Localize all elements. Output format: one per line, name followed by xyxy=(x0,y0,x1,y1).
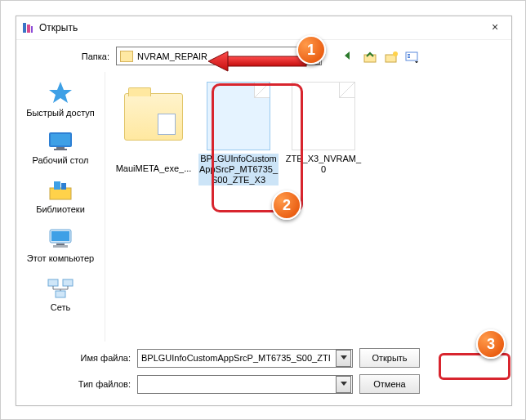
svg-rect-3 xyxy=(364,55,376,62)
file-item-folder[interactable]: MauiMETA_exe_... xyxy=(112,78,195,177)
svg-rect-22 xyxy=(56,291,65,297)
folder-large-icon xyxy=(123,93,185,160)
svg-rect-21 xyxy=(63,279,73,286)
open-button[interactable]: Открыть xyxy=(359,348,420,368)
svg-rect-14 xyxy=(54,181,60,190)
button-label: Открыть xyxy=(372,353,407,363)
sidebar-item-desktop[interactable]: Рабочий стол xyxy=(16,126,105,173)
svg-rect-0 xyxy=(23,23,26,33)
svg-rect-1 xyxy=(27,25,30,33)
svg-rect-12 xyxy=(54,149,67,150)
svg-rect-10 xyxy=(51,134,70,145)
sidebar-item-libraries[interactable]: Библиотеки xyxy=(16,173,105,222)
file-item-selected[interactable]: BPLGUInfoCustomAppSrcP_MT6735_S00_ZTE_X3 xyxy=(197,78,280,189)
svg-rect-2 xyxy=(31,26,33,33)
chevron-down-icon[interactable] xyxy=(336,376,351,393)
libraries-icon xyxy=(47,178,74,201)
filename-combo[interactable]: BPLGUInfoCustomAppSrcP_MT6735_S00_ZTI xyxy=(137,349,353,368)
folder-row: Папка: NVRAM_REPAIR xyxy=(16,40,511,72)
chevron-down-icon[interactable] xyxy=(305,47,320,65)
sidebar-item-quick[interactable]: Быстрый доступ xyxy=(16,75,105,126)
cancel-button[interactable]: Отмена xyxy=(359,374,420,394)
filetype-label: Тип файлов: xyxy=(25,379,137,389)
svg-rect-11 xyxy=(56,147,65,149)
svg-rect-13 xyxy=(50,188,71,199)
folder-toolbar xyxy=(341,50,420,63)
sidebar-item-pc[interactable]: Этот компьютер xyxy=(16,222,105,271)
star-icon xyxy=(47,80,74,105)
file-label: BPLGUInfoCustomAppSrcP_MT6735_S00_ZTE_X3 xyxy=(198,154,279,185)
svg-rect-8 xyxy=(408,56,410,58)
filename-label: Имя файла: xyxy=(25,353,137,363)
close-button[interactable]: × xyxy=(484,20,506,36)
desktop-icon xyxy=(47,131,74,152)
sidebar-item-label: Библиотеки xyxy=(20,204,101,214)
folder-dropdown[interactable]: NVRAM_REPAIR xyxy=(116,47,322,65)
file-list[interactable]: MauiMETA_exe_... BPLGUInfoCustomAppSrcP_… xyxy=(105,72,511,342)
new-folder-icon[interactable] xyxy=(384,50,399,63)
svg-rect-17 xyxy=(51,231,69,241)
file-label: ZTE_X3_NVRAM_0 xyxy=(283,154,363,175)
chevron-down-icon[interactable] xyxy=(336,350,351,367)
folder-icon xyxy=(120,51,133,62)
computer-icon xyxy=(47,227,74,250)
sidebar-item-label: Этот компьютер xyxy=(20,253,101,263)
bottom-bar: Имя файла: BPLGUInfoCustomAppSrcP_MT6735… xyxy=(16,342,511,405)
back-icon[interactable] xyxy=(341,50,356,63)
window-title: Открыть xyxy=(39,22,484,34)
filetype-combo[interactable] xyxy=(137,375,353,394)
up-folder-icon[interactable] xyxy=(363,50,377,63)
svg-rect-15 xyxy=(61,183,66,190)
open-file-dialog: Открыть × Папка: NVRAM_REPAIR xyxy=(16,16,512,406)
filename-value: BPLGUInfoCustomAppSrcP_MT6735_S00_ZTI xyxy=(138,353,335,363)
svg-rect-19 xyxy=(53,245,68,248)
file-item[interactable]: ZTE_X3_NVRAM_0 xyxy=(282,78,365,178)
file-large-icon xyxy=(292,82,355,150)
svg-rect-18 xyxy=(56,244,65,245)
sidebar-item-label: Быстрый доступ xyxy=(20,108,101,118)
view-menu-icon[interactable] xyxy=(405,50,420,63)
app-icon xyxy=(21,21,34,34)
svg-point-5 xyxy=(393,51,398,56)
file-large-icon xyxy=(207,82,270,150)
folder-name: NVRAM_REPAIR xyxy=(137,51,304,61)
network-icon xyxy=(47,276,74,299)
titlebar: Открыть × xyxy=(16,16,511,40)
svg-rect-20 xyxy=(48,279,58,286)
button-label: Отмена xyxy=(373,379,405,389)
svg-rect-7 xyxy=(408,54,410,56)
sidebar-item-label: Сеть xyxy=(20,302,101,312)
sidebar-item-network[interactable]: Сеть xyxy=(16,271,105,320)
places-sidebar: Быстрый доступ Рабочий стол Библиотеки Э… xyxy=(16,72,105,342)
sidebar-item-label: Рабочий стол xyxy=(20,155,101,165)
file-label: MauiMETA_exe_... xyxy=(114,163,194,174)
folder-label: Папка: xyxy=(25,51,116,61)
